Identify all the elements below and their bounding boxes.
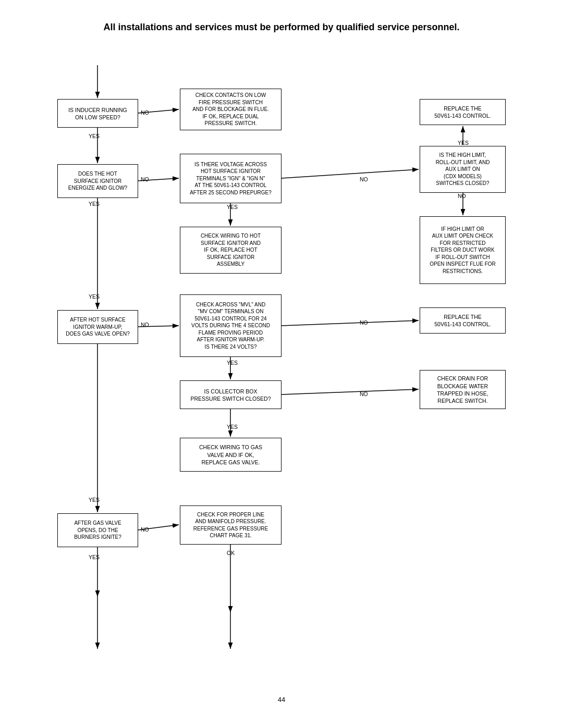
box-inducer-running: IS INDUCER RUNNINGON LOW SPEED? bbox=[57, 99, 138, 128]
label-yes-6: YES bbox=[227, 360, 238, 366]
box-check-gas-valve: CHECK WIRING TO GASVALVE AND IF OK,REPLA… bbox=[180, 438, 282, 472]
box-high-limit: IS THE HIGH LIMIT,ROLL-OUT LIMIT, ANDAUX… bbox=[420, 146, 506, 193]
box-replace-control-2: REPLACE THE50V61-143 CONTROL. bbox=[420, 307, 506, 334]
box-hot-surface-ignitor: DOES THE HOTSURFACE IGNITORENERGIZE AND … bbox=[57, 164, 138, 198]
box-check-contacts: CHECK CONTACTS ON LOWFIRE PRESSURE SWITC… bbox=[180, 89, 282, 130]
label-no-7: NO bbox=[360, 391, 368, 397]
box-check-mvl: CHECK ACROSS "MVL" AND"MV COM" TERMINALS… bbox=[180, 294, 282, 357]
label-no-5: NO bbox=[141, 322, 149, 328]
svg-line-5 bbox=[282, 169, 419, 178]
box-check-wiring-ignitor: CHECK WIRING TO HOTSURFACE IGNITOR ANDIF… bbox=[180, 227, 282, 274]
label-yes-9: YES bbox=[89, 554, 100, 560]
box-replace-control-1: REPLACE THE50V61-143 CONTROL. bbox=[420, 99, 506, 125]
box-collector-box: IS COLLECTOR BOXPRESSURE SWITCH CLOSED? bbox=[180, 380, 282, 409]
label-ok: OK bbox=[227, 550, 235, 556]
page: All installations and services must be p… bbox=[0, 0, 563, 728]
label-no-6: NO bbox=[360, 319, 368, 326]
box-high-limit-open: IF HIGH LIMIT ORAUX LIMIT OPEN CHECKFOR … bbox=[420, 216, 506, 284]
label-no-1: NO bbox=[141, 109, 149, 116]
box-voltage-across: IS THERE VOLTAGE ACROSSHOT SURFACE IGNIT… bbox=[180, 154, 282, 203]
label-yes-7: YES bbox=[227, 424, 238, 430]
label-no-2: NO bbox=[141, 176, 149, 182]
box-check-pressure: CHECK FOR PROPER LINEAND MANIFOLD PRESSU… bbox=[180, 505, 282, 545]
page-number: 44 bbox=[26, 696, 537, 704]
page-title: All installations and services must be p… bbox=[26, 21, 537, 34]
box-burners-ignite: AFTER GAS VALVEOPENS, DO THEBURNERS IGNI… bbox=[57, 513, 138, 547]
diagram-container: IS INDUCER RUNNINGON LOW SPEED? CHECK CO… bbox=[26, 50, 537, 690]
label-yes-2: YES bbox=[89, 201, 100, 207]
svg-line-13 bbox=[282, 389, 419, 394]
label-yes-8: YES bbox=[89, 497, 100, 503]
label-no-4: NO bbox=[458, 193, 466, 199]
label-yes-4: YES bbox=[227, 204, 238, 210]
label-yes-5: YES bbox=[89, 293, 100, 300]
box-check-drain: CHECK DRAIN FORBLOCKAGE WATERTRAPPED IN … bbox=[420, 370, 506, 409]
label-no-3: NO bbox=[360, 176, 368, 182]
label-yes-3: YES bbox=[458, 140, 469, 146]
svg-line-11 bbox=[282, 320, 419, 326]
label-no-8: NO bbox=[141, 526, 149, 533]
label-yes-1: YES bbox=[89, 133, 100, 139]
box-gas-valve-open: AFTER HOT SURFACEIGNITOR WARM-UP,DOES GA… bbox=[57, 310, 138, 344]
